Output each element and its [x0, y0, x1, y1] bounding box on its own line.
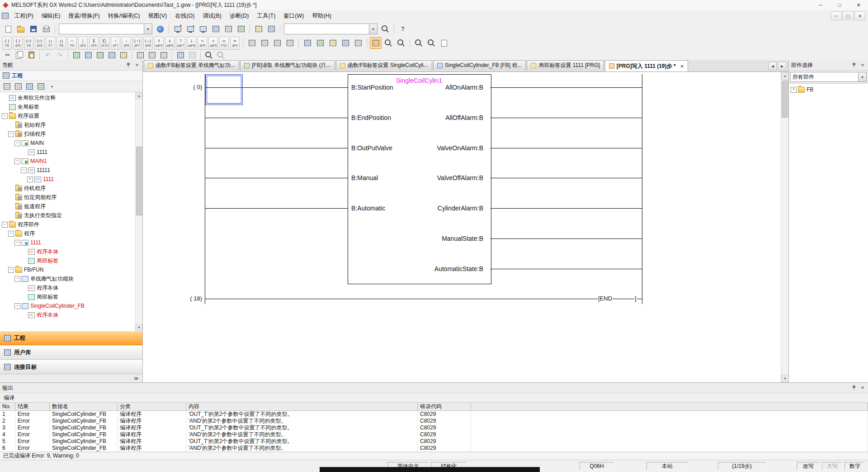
write-mode-button[interactable]: [94, 50, 105, 60]
tab-close-icon[interactable]: ✕: [680, 64, 684, 69]
tree-scrollbar[interactable]: ▲ ▼: [135, 92, 142, 331]
tree-item[interactable]: +1111: [0, 175, 142, 184]
ladder-symbol-sF7-button[interactable]: ↑sF7: [111, 37, 120, 50]
expand-icon[interactable]: +: [791, 87, 797, 93]
new-project-button[interactable]: [2, 23, 14, 35]
redo-button[interactable]: [54, 50, 65, 60]
tree-item[interactable]: 低速程序: [0, 202, 142, 211]
menu-item[interactable]: 搜索/替换(F): [64, 10, 104, 22]
tree-item[interactable]: −扫描程序: [0, 129, 142, 138]
wiring-write-button[interactable]: [370, 37, 382, 49]
build-button[interactable]: [253, 23, 264, 35]
tree-item[interactable]: 局部标签: [0, 292, 142, 301]
combo-dropdown-arrow[interactable]: ▼: [858, 72, 866, 81]
convert-button[interactable]: [175, 50, 186, 60]
find-instruction-button[interactable]: [215, 50, 226, 60]
device-find-button[interactable]: [382, 37, 394, 49]
tree-sort-button[interactable]: [24, 81, 34, 91]
table-row[interactable]: 6ErrorSingleCoilCylinder_FB编译程序'AND'的第2个…: [0, 445, 868, 452]
combo-dropdown-arrow[interactable]: ▼: [369, 24, 377, 34]
column-header[interactable]: No.: [0, 403, 15, 410]
comment-display-button[interactable]: [438, 37, 450, 49]
zoom-out-button[interactable]: [425, 37, 437, 49]
menu-item[interactable]: 编辑(E): [38, 10, 65, 22]
ladder-symbol-F7-button[interactable]: ( )F7: [46, 37, 55, 50]
read-mode-button[interactable]: [83, 50, 94, 60]
column-header[interactable]: 分类: [118, 403, 186, 410]
collapse-icon[interactable]: −: [2, 113, 8, 119]
tree-item[interactable]: −程序部件: [0, 220, 142, 229]
editor-scrollbar[interactable]: ▲ ▼: [781, 72, 789, 382]
menu-item[interactable]: 帮助(H): [308, 10, 335, 22]
column-header[interactable]: 错误代码: [418, 403, 471, 410]
tab-document[interactable]: 函数/FB标签设置 SingleCoilCyli...: [336, 60, 432, 70]
column-header[interactable]: 内容: [186, 403, 418, 410]
pin-icon[interactable]: [125, 62, 132, 68]
scroll-down-icon[interactable]: ▼: [781, 375, 789, 382]
mdi-minimize-button[interactable]: ─: [831, 11, 842, 20]
collapse-icon[interactable]: −: [21, 167, 27, 173]
mdi-restore-button[interactable]: ▢: [843, 11, 854, 20]
plc-write-button[interactable]: [172, 23, 184, 35]
scroll-up-icon[interactable]: ▲: [781, 72, 789, 80]
tree-item[interactable]: −MAIN1: [0, 157, 142, 166]
tree-item[interactable]: −程序设置: [0, 111, 142, 120]
tab-document[interactable]: 函数/FB标签设置 单线圈气缸功...: [144, 60, 239, 70]
close-icon[interactable]: ✕: [134, 62, 140, 68]
undo-button[interactable]: [42, 50, 53, 60]
pin-icon[interactable]: [851, 62, 857, 68]
tree-item[interactable]: 1111: [0, 148, 142, 157]
collapse-icon[interactable]: −: [14, 303, 20, 309]
parameter-browser-button[interactable]: [154, 23, 166, 35]
close-icon[interactable]: ✕: [859, 62, 866, 68]
tree-item[interactable]: −MAIN: [0, 138, 142, 148]
collapse-icon[interactable]: −: [8, 131, 14, 137]
collapse-icon[interactable]: −: [2, 222, 8, 228]
statement-display-toggle-button[interactable]: [146, 50, 157, 60]
tree-item[interactable]: −单线圈气缸功能块: [0, 274, 142, 283]
tab-document[interactable]: [FB]读取 单线圈气缸功能块 (只...: [240, 60, 335, 70]
scrollbar-thumb[interactable]: [136, 147, 142, 215]
copy-button[interactable]: [14, 50, 25, 60]
ladder-symbol-cF10-button[interactable]: ╳│cF10: [100, 37, 109, 50]
rebuild-all-button[interactable]: [265, 23, 277, 35]
ladder-symbol-aF5-button[interactable]: ∿aF5: [198, 37, 207, 50]
tree-item[interactable]: 恒定周期程序: [0, 193, 142, 202]
output-tab-compile[interactable]: 编译: [4, 394, 14, 402]
ladder-symbol-F9-button[interactable]: ─F9: [67, 37, 77, 50]
collapse-icon[interactable]: −: [14, 276, 20, 282]
note-button[interactable]: [327, 37, 339, 49]
ladder-symbol-F6-button[interactable]: ┤/├F6: [24, 37, 33, 50]
statement-button[interactable]: [314, 37, 326, 49]
pin-icon[interactable]: [851, 385, 857, 391]
mdi-close-button[interactable]: ✕: [854, 11, 865, 20]
table-row[interactable]: 3ErrorSingleCoilCylinder_FB编译程序'OUT_T'的第…: [0, 424, 868, 431]
tree-item[interactable]: +FB: [789, 85, 868, 94]
ladder-symbol-aF9-button[interactable]: ═aF9: [230, 37, 240, 50]
menu-item[interactable]: 诊断(D): [226, 10, 253, 22]
close-icon[interactable]: ✕: [859, 385, 866, 391]
ladder-symbol-F10-button[interactable]: ▭F10: [219, 37, 229, 50]
ladder-symbol-saF5-button[interactable]: ⇑saF5: [154, 37, 164, 50]
tree-item[interactable]: 初始程序: [0, 120, 142, 129]
component-filter-combo[interactable]: 所有部件 ▼: [790, 72, 867, 82]
tree-item[interactable]: 程序本体: [0, 283, 142, 292]
ladder-symbol-saF7-button[interactable]: ⇡saF7: [176, 37, 185, 50]
ladder-symbol-sF6-button[interactable]: ┤/├sF6: [35, 37, 44, 50]
tree-collapse-all-button[interactable]: [13, 81, 23, 91]
menu-item[interactable]: 在线(O): [171, 10, 198, 22]
device-comment-button[interactable]: [302, 37, 313, 49]
print-button[interactable]: [40, 23, 52, 35]
ladder-editor[interactable]: SingleCoilCylin1B:StartPositionB:EndPosi…: [143, 72, 789, 382]
device-display-button[interactable]: [340, 37, 351, 49]
menu-item[interactable]: 工程(P): [10, 10, 38, 22]
selection-cursor[interactable]: [205, 74, 243, 105]
contact-coil-list-button[interactable]: [352, 37, 364, 49]
tree-item[interactable]: −SingleCoilCylinder_FB: [0, 301, 142, 310]
ladder-symbol-aF7-button[interactable]: ┤↑├aF7: [132, 37, 142, 50]
tree-menu-button[interactable]: ▼: [47, 81, 57, 91]
collapse-icon[interactable]: −: [14, 158, 20, 164]
expand-icon[interactable]: +: [27, 176, 33, 182]
monitor-stop-button[interactable]: [222, 23, 234, 35]
ladder-symbol-sF8-button[interactable]: ↓sF8: [122, 37, 131, 50]
